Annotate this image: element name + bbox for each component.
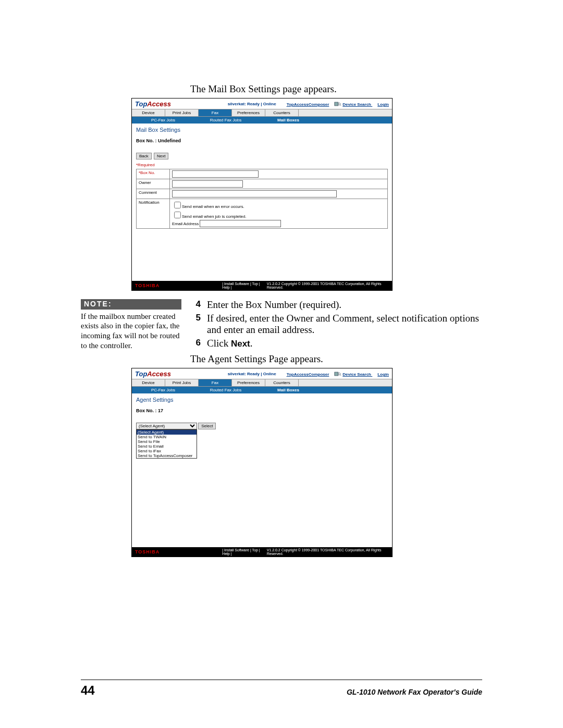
step5-num: 5 xyxy=(187,313,201,336)
label-box-no: *Box No. xyxy=(137,169,170,179)
next-button[interactable]: Next xyxy=(154,153,168,159)
footer-copyright: V1.2.0.2 Copyright © 1999-2001 TOSHIBA T… xyxy=(267,548,389,556)
agent-opt-ifax[interactable]: Send to iFax xyxy=(137,449,197,453)
sub-tabs: PC-Fax Jobs Routed Fax Jobs Mail Boxes xyxy=(132,387,392,393)
screenshot-agent-settings: TopAccess silverkat: Ready | Online TopA… xyxy=(131,368,393,557)
tab-fax[interactable]: Fax xyxy=(199,379,232,386)
input-box-no[interactable] xyxy=(172,170,259,178)
step4-text: Enter the Box Number (required). xyxy=(207,299,482,311)
input-email[interactable] xyxy=(200,220,281,227)
subtab-pcfax[interactable]: PC-Fax Jobs xyxy=(132,388,194,392)
chk-error[interactable] xyxy=(174,202,181,208)
svg-rect-3 xyxy=(335,372,338,376)
subtab-mailboxes[interactable]: Mail Boxes xyxy=(257,388,320,392)
link-login[interactable]: Login xyxy=(377,102,389,107)
intro-text-2: The Agent Settings Page appears. xyxy=(190,353,482,365)
main-tabs: Device Print Jobs Fax Preferences Counte… xyxy=(132,379,392,387)
topaccess-logo: TopAccess xyxy=(135,100,171,108)
note-heading: NOTE: xyxy=(81,299,181,310)
search-icon xyxy=(334,371,341,377)
tab-preferences[interactable]: Preferences xyxy=(232,379,265,386)
tab-fax[interactable]: Fax xyxy=(199,109,232,116)
label-notification: Notification xyxy=(137,199,170,229)
subtab-pcfax[interactable]: PC-Fax Jobs xyxy=(132,118,194,122)
page-title: Mail Box Settings xyxy=(136,127,388,133)
agent-opt-email[interactable]: Send to Email xyxy=(137,444,197,449)
svg-line-5 xyxy=(340,375,341,376)
step6-num: 6 xyxy=(187,338,201,349)
device-status: silverkat: Ready | Online xyxy=(228,102,276,106)
device-status: silverkat: Ready | Online xyxy=(228,372,276,376)
intro-text-1: The Mail Box Settings page appears. xyxy=(190,83,482,95)
box-number-line: Box No. : 17 xyxy=(136,408,388,413)
chk-error-label: Send email when an error occurs. xyxy=(182,204,244,209)
input-owner[interactable] xyxy=(172,180,243,188)
settings-form: *Box No. Owner Comment Notification Send… xyxy=(136,169,388,229)
chk-done-label: Send email when job is completed. xyxy=(182,214,247,219)
guide-title: GL-1010 Network Fax Operator's Guide xyxy=(347,688,482,696)
required-note: *Required xyxy=(136,163,388,167)
step5-text: If desired, enter the Owner and Comment,… xyxy=(207,313,482,336)
label-email: Email Address xyxy=(172,221,199,226)
svg-line-2 xyxy=(340,105,341,106)
tab-device[interactable]: Device xyxy=(132,109,165,116)
sub-tabs: PC-Fax Jobs Routed Fax Jobs Mail Boxes xyxy=(132,117,392,124)
note-body: If the mailbox number created exists als… xyxy=(81,312,180,351)
subtab-routed[interactable]: Routed Fax Jobs xyxy=(194,388,257,392)
agent-opt-file[interactable]: Send to File xyxy=(137,439,197,444)
page-title: Agent Settings xyxy=(136,397,388,403)
subtab-routed[interactable]: Routed Fax Jobs xyxy=(194,118,257,122)
label-comment: Comment xyxy=(137,189,170,199)
step4-num: 4 xyxy=(187,299,201,311)
link-device-search[interactable]: Device Search xyxy=(334,102,372,107)
agent-dropdown-list[interactable]: (Select Agent) Send to TWAIN Send to Fil… xyxy=(136,429,197,459)
agent-opt-composer[interactable]: Send to TopAccessComposer xyxy=(137,453,197,458)
label-owner: Owner xyxy=(137,179,170,189)
tab-print-jobs[interactable]: Print Jobs xyxy=(165,109,199,116)
agent-select[interactable]: (Select Agent) xyxy=(136,423,197,429)
footer-links[interactable]: | Install Software | Top | Help | xyxy=(222,548,266,556)
screenshot-mailbox-settings: TopAccess silverkat: Ready | Online TopA… xyxy=(131,98,393,291)
link-composer[interactable]: TopAccessComposer xyxy=(287,372,329,377)
box-number-line: Box No. : Undefined xyxy=(136,138,388,143)
step6-text: Click Next. xyxy=(207,338,482,349)
tab-counters[interactable]: Counters xyxy=(265,379,299,386)
subtab-mailboxes[interactable]: Mail Boxes xyxy=(257,118,320,122)
svg-rect-0 xyxy=(335,102,338,106)
tab-print-jobs[interactable]: Print Jobs xyxy=(165,379,199,386)
input-comment[interactable] xyxy=(172,190,337,198)
tab-preferences[interactable]: Preferences xyxy=(232,109,265,116)
footer-links[interactable]: | Install Software | Top | Help | xyxy=(222,282,266,289)
toshiba-logo: TOSHIBA xyxy=(135,283,160,288)
topaccess-logo: TopAccess xyxy=(135,370,171,378)
select-button[interactable]: Select xyxy=(198,423,216,429)
link-composer[interactable]: TopAccessComposer xyxy=(287,102,329,107)
agent-opt-twain[interactable]: Send to TWAIN xyxy=(137,435,197,439)
toshiba-logo: TOSHIBA xyxy=(135,549,160,554)
back-button[interactable]: Back xyxy=(136,153,152,159)
tab-counters[interactable]: Counters xyxy=(265,109,299,116)
link-login[interactable]: Login xyxy=(377,372,389,377)
search-icon xyxy=(334,101,341,107)
page-number: 44 xyxy=(81,683,95,698)
tab-device[interactable]: Device xyxy=(132,379,165,386)
main-tabs: Device Print Jobs Fax Preferences Counte… xyxy=(132,109,392,117)
chk-done[interactable] xyxy=(174,212,181,218)
footer-copyright: V1.2.0.2 Copyright © 1999-2001 TOSHIBA T… xyxy=(267,282,389,289)
agent-opt-selectagent[interactable]: (Select Agent) xyxy=(137,430,197,435)
link-device-search[interactable]: Device Search xyxy=(334,372,372,377)
